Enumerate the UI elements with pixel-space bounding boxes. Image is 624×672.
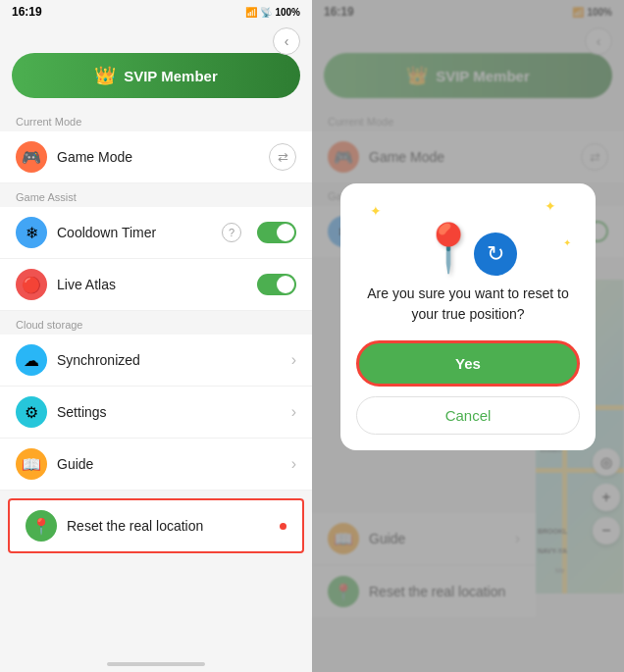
- synchronized-item[interactable]: ☁ Synchronized ›: [0, 335, 312, 387]
- yes-button[interactable]: Yes: [356, 340, 580, 387]
- right-panel: 16:19 📶100% ‹ 👑 SVIP Member Current Mode…: [312, 0, 624, 672]
- chevron-icon: ›: [291, 455, 296, 473]
- guide-label: Guide: [57, 456, 282, 472]
- sparkle-bottomright-icon: ✦: [563, 237, 571, 248]
- game-mode-icon: 🎮: [16, 141, 47, 173]
- settings-label: Settings: [57, 404, 282, 420]
- dialog-icon-area: 📍 ↻: [419, 203, 517, 272]
- refresh-circle-icon: ↻: [474, 233, 517, 276]
- cloud-storage-section-label: Cloud storage: [0, 311, 312, 335]
- battery-label: 100%: [275, 7, 300, 18]
- chevron-icon: ›: [291, 403, 296, 421]
- cooldown-toggle[interactable]: [257, 222, 296, 243]
- crown-icon: 👑: [94, 65, 116, 86]
- cancel-button[interactable]: Cancel: [356, 396, 580, 435]
- sparkle-topleft-icon: ✦: [370, 203, 382, 219]
- sync-icon: ☁: [16, 344, 47, 376]
- live-atlas-toggle[interactable]: [257, 274, 296, 295]
- left-panel: 16:19 📶 📡 100% ‹ 👑 SVIP Member Current M…: [0, 0, 312, 672]
- reset-location-icon: 📍: [26, 510, 57, 542]
- red-dot-indicator: [280, 523, 286, 530]
- sparkle-topright-icon: ✦: [545, 198, 556, 214]
- mode-switch-icon[interactable]: ⇄: [269, 143, 296, 171]
- live-atlas-label: Live Atlas: [57, 277, 247, 292]
- cooldown-icon: ❄: [16, 217, 47, 248]
- dialog-overlay: ✦ ✦ ✦ 📍 ↻ Are you sure you want to reset…: [312, 0, 624, 672]
- confirm-dialog: ✦ ✦ ✦ 📍 ↻ Are you sure you want to reset…: [340, 183, 596, 450]
- guide-icon: 📖: [16, 448, 47, 480]
- live-atlas-icon: 🔴: [16, 269, 47, 300]
- settings-item[interactable]: ⚙ Settings ›: [0, 387, 312, 439]
- guide-item[interactable]: 📖 Guide ›: [0, 439, 312, 491]
- wifi-icon: 📶: [245, 7, 257, 18]
- game-mode-item[interactable]: 🎮 Game Mode ⇄: [0, 131, 312, 183]
- cooldown-label: Cooldown Timer: [57, 225, 212, 240]
- home-indicator: [107, 662, 205, 666]
- reset-location-label: Reset the real location: [67, 518, 268, 534]
- live-atlas-item[interactable]: 🔴 Live Atlas: [0, 259, 312, 311]
- back-icon: ‹: [285, 33, 289, 49]
- dialog-message: Are you sure you want to reset to your t…: [356, 284, 580, 325]
- cooldown-timer-item[interactable]: ❄ Cooldown Timer ?: [0, 207, 312, 259]
- svip-button[interactable]: 👑 SVIP Member: [12, 53, 300, 98]
- settings-icon: ⚙: [16, 396, 47, 428]
- reset-location-item[interactable]: 📍 Reset the real location: [8, 498, 304, 553]
- location-pin-icon: 📍: [419, 225, 478, 272]
- back-button[interactable]: ‹: [273, 27, 300, 55]
- game-mode-label: Game Mode: [57, 149, 259, 165]
- status-time: 16:19: [12, 5, 42, 19]
- chevron-icon: ›: [291, 351, 296, 369]
- status-icons: 📶 📡 100%: [245, 7, 300, 18]
- game-assist-section-label: Game Assist: [0, 183, 312, 207]
- signal-icon: 📡: [260, 7, 272, 18]
- status-bar: 16:19 📶 📡 100%: [0, 0, 312, 24]
- synchronized-label: Synchronized: [57, 352, 282, 368]
- svip-label: SVIP Member: [124, 68, 218, 84]
- help-icon[interactable]: ?: [222, 223, 241, 242]
- current-mode-section-label: Current Mode: [0, 108, 312, 131]
